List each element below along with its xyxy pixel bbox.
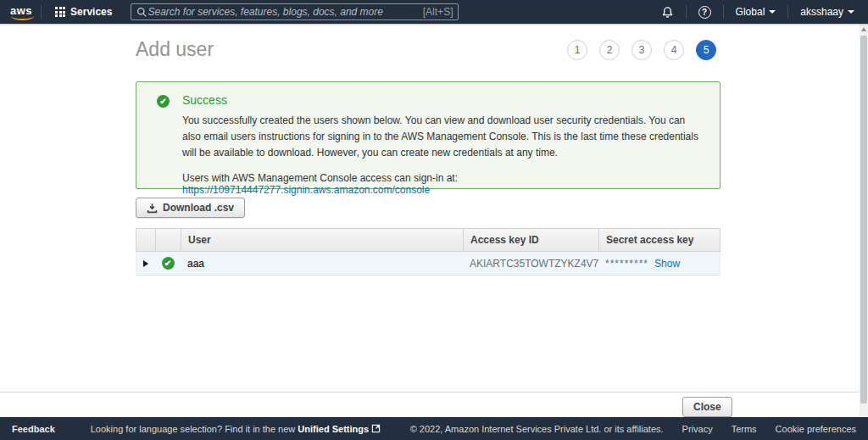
secret-masked-value: ********* (605, 258, 648, 270)
global-search-box[interactable]: [Alt+S] (131, 3, 459, 20)
step-indicator-3: 3 (632, 40, 652, 60)
copyright-text: © 2022, Amazon Internet Services Private… (410, 424, 664, 434)
search-icon (136, 7, 147, 18)
terms-link[interactable]: Terms (732, 424, 757, 434)
expand-arrow-icon (143, 260, 148, 267)
success-check-icon: ✔ (157, 95, 170, 108)
scrollbar-up-arrow[interactable] (861, 27, 866, 31)
chevron-down-icon (769, 10, 776, 14)
scrollbar-thumb[interactable] (860, 36, 867, 404)
success-alert: ✔ Success You successfully created the u… (136, 81, 721, 189)
success-title: Success (182, 93, 699, 107)
download-csv-button[interactable]: Download .csv (136, 198, 245, 218)
aws-logo[interactable]: aws (10, 4, 32, 20)
region-selector[interactable]: Global (732, 6, 780, 18)
divider (787, 5, 788, 19)
wizard-step-indicators: 1 2 3 4 5 (567, 40, 716, 60)
show-secret-link[interactable]: Show (654, 258, 680, 270)
unified-settings-link[interactable]: Unified Settings (298, 424, 369, 434)
success-check-icon: ✔ (162, 257, 175, 270)
table-header-row: User Access key ID Secret access key (136, 228, 721, 252)
search-input[interactable] (147, 6, 417, 18)
notifications-button[interactable] (658, 6, 677, 19)
user-column-header: User (181, 229, 463, 251)
created-users-table: User Access key ID Secret access key ✔ a… (136, 228, 721, 276)
expand-row-toggle[interactable] (136, 252, 155, 275)
step-indicator-1: 1 (567, 40, 587, 60)
help-icon: ? (698, 6, 711, 19)
chevron-down-icon (848, 10, 854, 14)
services-grid-icon (55, 7, 65, 17)
secret-key-cell: ********* Show (598, 252, 720, 275)
privacy-link[interactable]: Privacy (682, 424, 713, 434)
step-indicator-2: 2 (599, 40, 620, 60)
console-footer: Feedback Looking for language selection?… (0, 417, 868, 440)
access-key-column-header: Access key ID (463, 229, 598, 251)
cookie-preferences-link[interactable]: Cookie preferences (776, 424, 856, 434)
username-label: aksshaay (800, 6, 843, 18)
feedback-link[interactable]: Feedback (12, 424, 55, 434)
signin-url-link[interactable]: https://109714447277.signin.aws.amazon.c… (182, 184, 430, 196)
signin-prefix: Users with AWS Management Console access… (182, 172, 458, 184)
region-label: Global (736, 6, 765, 18)
services-label: Services (70, 6, 112, 18)
download-icon (147, 203, 158, 214)
user-name-cell: aaa (181, 252, 463, 275)
divider (0, 392, 860, 393)
search-shortcut-hint: [Alt+S] (423, 6, 453, 18)
close-button[interactable]: Close (682, 397, 732, 417)
language-selection-text: Looking for language selection? Find it … (91, 424, 381, 434)
secret-key-column-header: Secret access key (598, 229, 720, 251)
divider (686, 5, 687, 19)
access-key-cell: AKIARTC35TOWTZYKZ4V7 (463, 252, 598, 275)
download-csv-label: Download .csv (163, 202, 234, 214)
row-status: ✔ (155, 252, 181, 275)
vertical-scrollbar[interactable] (860, 24, 868, 417)
divider (723, 5, 724, 19)
external-link-icon (371, 424, 381, 433)
access-key-value: AKIARTC35TOWTZYKZ4V7 (470, 258, 598, 270)
services-menu[interactable]: Services (50, 6, 117, 18)
step-indicator-5: 5 (696, 40, 716, 60)
account-menu[interactable]: aksshaay (797, 6, 858, 18)
step-indicator-4: 4 (664, 40, 684, 60)
table-row: ✔ aaa AKIARTC35TOWTZYKZ4V7 ********* Sho… (136, 252, 721, 276)
top-navigation-bar: aws Services [Alt+S] ? Global (0, 0, 868, 24)
status-column-header (155, 229, 181, 251)
page-title: Add user (136, 38, 214, 61)
help-button[interactable]: ? (695, 6, 715, 19)
expand-column-header (136, 229, 155, 251)
divider (41, 5, 42, 19)
bell-icon (661, 6, 674, 19)
success-message: You successfully created the users shown… (182, 113, 706, 161)
aws-smile-icon (11, 15, 34, 20)
close-label: Close (693, 401, 721, 413)
